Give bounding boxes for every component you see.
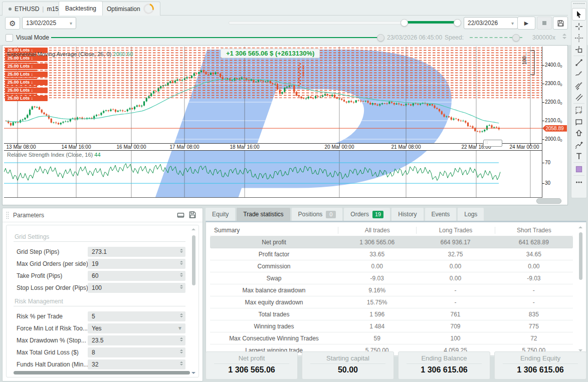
- spinner-up-icon[interactable]: [180, 261, 183, 262]
- table-row[interactable]: Max balance drawdown9.16%--: [210, 284, 573, 296]
- spinner-down-icon[interactable]: [180, 287, 183, 289]
- table-vertical-scrollbar[interactable]: [578, 226, 583, 351]
- parameters-horizontal-scrollbar[interactable]: [14, 371, 190, 374]
- chart-body[interactable]: P 13 Mar 08:0014 Mar 16:0016 Mar 00:0017…: [4, 47, 567, 204]
- results-tab-events[interactable]: Events: [425, 208, 457, 221]
- table-row[interactable]: Max Consecutive Winning Trades5910072: [210, 332, 573, 344]
- crosshair-button[interactable]: [572, 21, 585, 32]
- parameter-input[interactable]: 32: [88, 359, 185, 369]
- spinner-up-icon[interactable]: [180, 337, 183, 339]
- table-row[interactable]: Net profit1 306 565.06664 936.17641 628.…: [210, 236, 573, 248]
- tab-backtesting[interactable]: Backtesting: [59, 1, 103, 16]
- playback-progress-line[interactable]: [51, 37, 378, 38]
- dropdown-control[interactable]: ▼: [177, 323, 182, 333]
- crosshair-snap-button[interactable]: [572, 32, 585, 44]
- stop-button[interactable]: [537, 17, 552, 30]
- parameter-input[interactable]: 23.5: [88, 335, 185, 345]
- spinner-up-icon[interactable]: [180, 249, 183, 250]
- parameter-input[interactable]: 60: [88, 271, 185, 281]
- table-row[interactable]: Total trades1 596761835: [210, 308, 573, 320]
- rectangle-button[interactable]: [572, 116, 585, 127]
- polyline-plus-button[interactable]: [572, 139, 585, 150]
- freehand-draw-button[interactable]: [572, 68, 585, 80]
- end-date-select[interactable]: 22/03/2026 ▾: [464, 17, 518, 29]
- spinner-control[interactable]: [180, 361, 183, 365]
- results-tab-orders[interactable]: Orders19: [344, 208, 390, 221]
- spinner-down-icon[interactable]: [180, 352, 183, 353]
- text-tool-button[interactable]: [572, 150, 585, 162]
- spinner-down-icon[interactable]: [180, 251, 183, 253]
- scroll-down-icon[interactable]: [191, 372, 195, 374]
- results-tab-logs[interactable]: Logs: [458, 208, 484, 221]
- spinner-up-icon[interactable]: [180, 285, 183, 286]
- drag-grip-icon[interactable]: [6, 211, 9, 219]
- speed-stepper[interactable]: [562, 34, 567, 42]
- scroll-up-icon[interactable]: [191, 228, 195, 230]
- tab-instrument[interactable]: ETHUSD | m15: [2, 2, 65, 16]
- scrollbar-thumb[interactable]: [192, 235, 195, 285]
- results-tab-history[interactable]: History: [391, 208, 423, 221]
- arrow-marker-button[interactable]: [572, 127, 585, 139]
- pointer-button[interactable]: [572, 8, 586, 21]
- drag-grip-icon[interactable]: [573, 3, 584, 7]
- parameter-input[interactable]: 5: [88, 311, 185, 321]
- parallel-channel-button[interactable]: [572, 91, 585, 103]
- table-row[interactable]: Winning trades1 484709775: [210, 320, 573, 332]
- trend-line-button[interactable]: [572, 57, 585, 68]
- spinner-down-icon[interactable]: [180, 340, 183, 341]
- spinner-down-icon[interactable]: [180, 263, 183, 265]
- table-row[interactable]: Max equity drawdown15.75%--: [210, 296, 573, 308]
- results-tab-equity[interactable]: Equity: [206, 208, 235, 221]
- speed-thumb[interactable]: [512, 34, 520, 42]
- fibo-channel-button[interactable]: [572, 80, 585, 91]
- spinner-up-icon[interactable]: [180, 313, 183, 315]
- spinner-up-icon[interactable]: [180, 349, 183, 351]
- table-row[interactable]: Profit factor33.6532.7534.65: [210, 248, 573, 260]
- fibo-retracement-button[interactable]: F: [572, 104, 585, 116]
- spinner-control[interactable]: [180, 261, 183, 265]
- spinner-control[interactable]: [180, 273, 183, 277]
- start-date-select[interactable]: 13/02/2025 ▾: [22, 17, 76, 29]
- rsi-label-text: Relative Strength Index (Close, 16): [7, 152, 93, 158]
- parameter-input[interactable]: 8: [88, 347, 185, 357]
- results-tab-positions[interactable]: Positions0: [292, 208, 343, 221]
- spinner-down-icon[interactable]: [180, 275, 183, 277]
- parameters-vertical-scrollbar[interactable]: [191, 228, 196, 374]
- parameter-input[interactable]: 273.1: [88, 247, 185, 257]
- spinner-control[interactable]: [180, 349, 183, 353]
- spinner-control[interactable]: [180, 313, 183, 317]
- range-end-thumb[interactable]: [454, 19, 461, 27]
- save-parameters-button[interactable]: [188, 211, 198, 219]
- play-button[interactable]: ▶: [517, 17, 535, 30]
- spinner-control[interactable]: [180, 285, 183, 289]
- range-start-thumb[interactable]: [401, 19, 408, 27]
- price-chart-canvas[interactable]: P: [4, 47, 542, 144]
- crosshair-frame-button[interactable]: [572, 44, 585, 55]
- detach-panel-button[interactable]: [176, 211, 185, 219]
- spinner-up-icon[interactable]: [180, 273, 183, 274]
- chart-panel[interactable]: P 13 Mar 08:0014 Mar 16:0016 Mar 00:0017…: [2, 45, 568, 205]
- table-row[interactable]: Commission0.000.000.00: [210, 260, 573, 272]
- parameter-input[interactable]: Yes▼: [88, 323, 185, 333]
- more-tools-button[interactable]: [572, 176, 585, 188]
- scrollbar-thumb[interactable]: [536, 198, 561, 204]
- parameter-input[interactable]: 100: [88, 283, 185, 293]
- visual-mode-checkbox[interactable]: [6, 34, 13, 42]
- spinner-down-icon[interactable]: [180, 316, 183, 317]
- tab-optimisation[interactable]: Optimisation: [100, 2, 160, 16]
- scroll-up-icon[interactable]: [578, 226, 582, 228]
- spinner-down-icon[interactable]: [180, 364, 183, 365]
- parameter-input[interactable]: 19: [88, 259, 185, 269]
- results-tab-trade-statistics[interactable]: Trade statistics: [237, 208, 290, 221]
- table-row[interactable]: Swap-9.030.00-9.03: [210, 272, 573, 284]
- chart-end-drag-handle[interactable]: [483, 140, 502, 147]
- playback-progress-thumb[interactable]: [377, 34, 384, 42]
- settings-button[interactable]: ⚙: [5, 17, 20, 30]
- chart-horizontal-scrollbar[interactable]: [4, 198, 567, 204]
- spinner-up-icon[interactable]: [180, 361, 183, 363]
- save-button[interactable]: [553, 17, 568, 30]
- color-swatch-button[interactable]: [572, 163, 585, 175]
- spinner-control[interactable]: [180, 249, 183, 253]
- spinner-control[interactable]: [180, 337, 183, 341]
- scrollbar-thumb[interactable]: [579, 232, 582, 280]
